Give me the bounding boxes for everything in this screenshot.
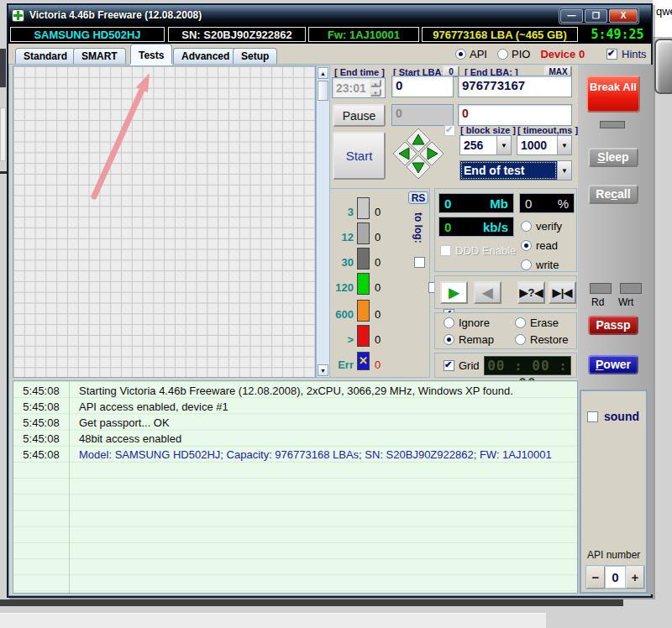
scan-question-icon[interactable]: ▶?◀	[517, 281, 545, 304]
hist-count-3: 0	[375, 206, 381, 218]
block-size-select[interactable]: 256 ▼	[459, 135, 512, 155]
current-lba-field[interactable]: 0	[458, 104, 572, 126]
scan-end-icon[interactable]: ▶|◀	[549, 281, 576, 304]
power-button[interactable]: Power	[588, 355, 638, 374]
scroll-up-icon[interactable]: ▲	[318, 67, 328, 79]
diamond-option-checkbox[interactable]	[444, 125, 455, 136]
hist-count-err: 0	[375, 358, 381, 371]
api-number-stepper: − 0 +	[585, 565, 645, 589]
api-minus-button[interactable]: −	[586, 566, 605, 589]
restore-radio[interactable]	[515, 334, 526, 345]
erase-label: Erase	[530, 317, 559, 329]
hist-count-12: 0	[375, 231, 381, 243]
busy-indicator	[600, 121, 625, 128]
minimize-button[interactable]: —	[560, 9, 583, 23]
end-lba-input[interactable]: 976773167	[458, 76, 572, 97]
log-row: 5:45:08 Get passport... OK	[13, 416, 577, 432]
end-time-spinner[interactable]: 23:01 ▲ ▼	[332, 77, 386, 98]
ddd-enable-checkbox[interactable]	[440, 245, 451, 256]
maximize-button[interactable]: ❐	[585, 9, 607, 23]
hist-count-120: 0	[375, 281, 381, 294]
api-radio[interactable]	[455, 49, 466, 60]
hints-label: Hints	[622, 48, 647, 60]
pause-button[interactable]: Pause	[333, 104, 386, 127]
hints-checkbox[interactable]	[606, 49, 617, 60]
wrt-label: Wrt	[618, 296, 633, 308]
mb-display: 0Mb	[438, 193, 514, 213]
hist-label-gt: >	[330, 333, 354, 346]
hist-label-3: 3	[330, 206, 354, 218]
ignore-radio[interactable]	[444, 317, 454, 328]
scroll-down-icon[interactable]: ▼	[318, 364, 328, 376]
device-indicator: Device 0	[540, 48, 585, 60]
background-left-fragment	[0, 49, 6, 87]
verify-radio[interactable]	[521, 221, 532, 232]
hist-block-30	[357, 248, 370, 270]
defect-action-panel: Ignore Erase Remap Restore	[434, 312, 577, 349]
scrollbar-thumb[interactable]	[318, 81, 328, 101]
passp-button[interactable]: Passp	[588, 316, 638, 335]
write-led	[620, 283, 642, 294]
log-row: 5:45:08 API access enabled, device #1	[13, 400, 577, 416]
api-label: API	[470, 48, 487, 60]
break-all-button[interactable]: Break All	[586, 76, 640, 113]
hist-label-120: 120	[330, 281, 354, 294]
start-lba-input[interactable]: 0	[391, 76, 454, 97]
title-bar[interactable]: Victoria 4.46b Freeware (12.08.2008) — ❐…	[8, 5, 651, 25]
api-plus-button[interactable]: +	[626, 566, 644, 589]
read-radio[interactable]	[521, 240, 532, 251]
write-radio[interactable]	[521, 259, 532, 270]
timeout-select[interactable]: 1000 ▼	[517, 135, 572, 155]
tab-advanced[interactable]: Advanced	[173, 48, 238, 64]
drive-serial: SN: S20BJ90Z922862	[168, 27, 306, 42]
after-action-dropdown-icon[interactable]: ▼	[557, 161, 571, 180]
background-left-line	[0, 171, 7, 174]
pio-radio[interactable]	[497, 49, 508, 60]
hist-label-12: 12	[330, 231, 354, 243]
grid-vertical-scrollbar[interactable]: ▲ ▼	[316, 65, 330, 378]
window-title: Victoria 4.46b Freeware (12.08.2008)	[29, 9, 202, 21]
tab-tests[interactable]: Tests	[130, 44, 172, 64]
sound-checkbox[interactable]	[587, 411, 598, 422]
hist-label-err: Err	[330, 358, 354, 371]
erase-radio[interactable]	[515, 317, 526, 328]
remap-radio[interactable]	[444, 334, 454, 345]
tab-smart[interactable]: SMART	[73, 48, 126, 64]
test-surface-grid[interactable]	[13, 65, 316, 378]
passed-lba-field: 0	[391, 104, 454, 126]
after-action-select[interactable]: End of test ▼	[459, 160, 572, 181]
app-icon	[12, 9, 24, 22]
time-up-icon[interactable]: ▲	[370, 79, 381, 87]
grid-timer-panel: Grid 00 : 00 : 00	[434, 353, 577, 378]
grid-label: Grid	[459, 359, 480, 372]
log-area[interactable]: 5:45:08 Starting Victoria 4.46b Freeware…	[13, 380, 578, 594]
rs-button[interactable]: RS	[408, 191, 428, 204]
status-panel: 0Mb 0% 0kb/s DDD Enable verify read writ…	[434, 188, 577, 272]
start-button[interactable]: Start	[333, 132, 386, 180]
step-back-icon[interactable]: ◀	[474, 281, 501, 304]
time-down-icon[interactable]: ▼	[370, 88, 381, 97]
clock: 5:49:25	[583, 27, 652, 42]
hist-count-gt: 0	[375, 333, 381, 346]
speed-histogram-panel: RS to log: 3 0 12 0 30 0 120 0 600 0 > 0…	[329, 188, 430, 378]
log-row: 5:45:08 Starting Victoria 4.46b Freeware…	[13, 385, 577, 400]
hist-block-12	[357, 222, 370, 244]
close-button[interactable]: X	[609, 9, 638, 23]
diamond-nav-control[interactable]	[391, 126, 446, 181]
grid-checkbox[interactable]	[444, 360, 454, 371]
speed-display: 0kb/s	[438, 217, 514, 237]
drive-firmware: Fw: 1AJ10001	[308, 27, 419, 42]
tab-standard[interactable]: Standard	[15, 48, 76, 64]
sleep-button[interactable]: Sleep	[588, 148, 638, 167]
restore-label: Restore	[530, 333, 569, 346]
remap-label: Remap	[459, 333, 494, 346]
api-number-label: API number	[587, 549, 640, 561]
block-size-dropdown-icon[interactable]: ▼	[496, 136, 511, 154]
tab-setup[interactable]: Setup	[233, 48, 277, 64]
play-icon[interactable]: ▶	[440, 281, 468, 304]
recall-button[interactable]: Recall	[588, 185, 638, 204]
timeout-dropdown-icon[interactable]: ▼	[557, 136, 571, 154]
drive-capacity: 976773168 LBA (~465 GB)	[422, 27, 578, 42]
options-panel: sound API number − 0 +	[580, 390, 648, 594]
to-log-checkbox-30[interactable]	[414, 257, 425, 268]
